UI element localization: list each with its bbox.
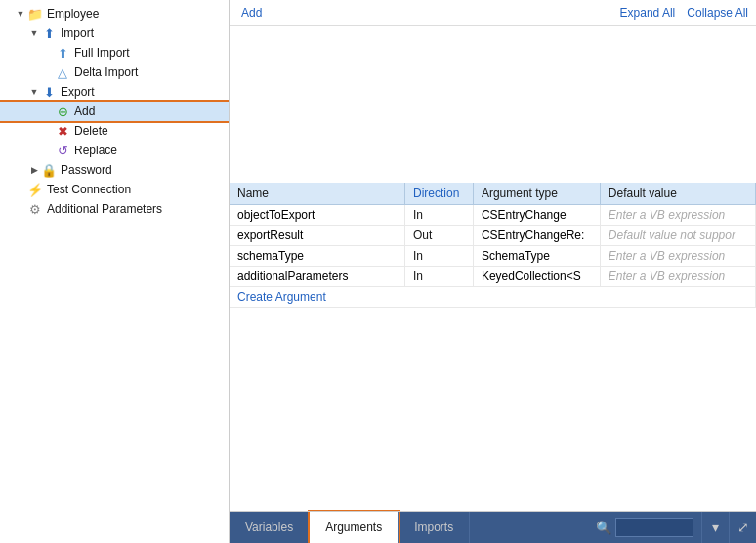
toggle-employee[interactable]: ▼ — [14, 7, 27, 21]
tab-variables-label: Variables — [245, 521, 293, 534]
sidebar-label-delta-import: Delta Import — [74, 65, 138, 79]
sidebar-label-employee: Employee — [47, 7, 99, 21]
tab-search-area: 🔍 — [588, 512, 701, 543]
arg-name: objectToExport — [230, 205, 404, 226]
arg-type: CSEntryChangeRe: — [473, 226, 600, 246]
tab-imports-label: Imports — [414, 521, 453, 534]
sidebar-item-add[interactable]: ⊕ Add — [0, 102, 229, 121]
toolbar-left: Add — [237, 4, 266, 21]
arg-type: KeyedCollection<S — [473, 267, 600, 287]
sidebar-item-replace[interactable]: ↺ Replace — [0, 141, 229, 160]
col-header-argtype: Argument type — [473, 183, 600, 205]
sidebar-item-export[interactable]: ▼ ⬇ Export — [0, 82, 229, 102]
delete-icon: ✖ — [55, 123, 70, 139]
additional-icon: ⚙ — [27, 201, 43, 217]
folder-icon: 📁 — [27, 6, 43, 21]
tab-spacer — [470, 512, 588, 543]
col-header-name: Name — [230, 183, 404, 205]
toggle-replace — [41, 144, 55, 157]
add-icon: ⊕ — [55, 104, 70, 119]
arg-type: CSEntryChange — [473, 205, 600, 226]
sidebar-label-additional-parameters: Additional Parameters — [47, 202, 162, 216]
arg-default[interactable]: Enter a VB expression — [600, 205, 755, 226]
sidebar-item-test-connection[interactable]: ⚡ Test Connection — [0, 180, 229, 199]
arg-direction: In — [404, 246, 473, 267]
sidebar-item-employee[interactable]: ▼ 📁 Employee — [0, 4, 229, 23]
toolbar-row: Add Expand All Collapse All — [230, 0, 756, 26]
sidebar-item-delta-import[interactable]: △ Delta Import — [0, 63, 229, 82]
col-header-direction: Direction — [404, 183, 473, 205]
sidebar-label-test-connection: Test Connection — [47, 183, 131, 196]
toggle-add — [41, 104, 55, 118]
add-button[interactable]: Add — [237, 4, 266, 21]
delta-import-icon: △ — [55, 64, 70, 80]
password-icon: 🔒 — [41, 162, 57, 178]
arg-default[interactable]: Default value not suppor — [600, 226, 755, 246]
col-header-default: Default value — [600, 183, 755, 205]
replace-icon: ↺ — [55, 143, 70, 158]
toggle-additional — [14, 202, 27, 216]
arg-name: schemaType — [230, 246, 404, 267]
table-row[interactable]: exportResultOutCSEntryChangeRe:Default v… — [230, 226, 756, 246]
export-icon: ⬇ — [41, 84, 57, 100]
toggle-import[interactable]: ▼ — [27, 26, 41, 40]
sidebar-item-import[interactable]: ▼ ⬆ Import — [0, 23, 229, 43]
collapse-all-button[interactable]: Collapse All — [687, 6, 748, 20]
toggle-password[interactable]: ▶ — [27, 163, 41, 177]
main-container: ▼ 📁 Employee ▼ ⬆ Import ⬆ Full Import △ … — [0, 0, 756, 543]
toggle-delta-import — [41, 65, 55, 79]
toggle-full-import — [41, 46, 55, 60]
sidebar-label-replace: Replace — [74, 144, 117, 157]
import-icon: ⬆ — [41, 25, 57, 41]
full-import-icon: ⬆ — [55, 45, 70, 61]
content-area: Add Expand All Collapse All Name Directi… — [230, 0, 756, 543]
sidebar-label-import: Import — [61, 26, 94, 40]
tab-arguments-label: Arguments — [325, 521, 382, 534]
toggle-export[interactable]: ▼ — [27, 85, 41, 99]
sidebar-item-password[interactable]: ▶ 🔒 Password — [0, 160, 229, 180]
search-icon: 🔍 — [596, 521, 611, 535]
scroll-area[interactable]: Name Direction Argument type Default val… — [230, 26, 756, 512]
bottom-tabs: Variables Arguments Imports 🔍 ▾ ⤢ — [230, 512, 756, 543]
test-connection-icon: ⚡ — [27, 182, 43, 197]
arg-direction: Out — [404, 226, 473, 246]
sidebar-label-add: Add — [74, 104, 95, 118]
arg-default[interactable]: Enter a VB expression — [600, 246, 755, 267]
sidebar-label-password: Password — [61, 163, 112, 177]
sidebar-item-delete[interactable]: ✖ Delete — [0, 121, 229, 141]
sidebar-label-full-import: Full Import — [74, 46, 130, 60]
toggle-test — [14, 183, 27, 196]
toggle-delete — [41, 124, 55, 138]
tab-variables[interactable]: Variables — [230, 512, 310, 543]
table-row[interactable]: schemaTypeInSchemaTypeEnter a VB express… — [230, 246, 756, 267]
sidebar-item-full-import[interactable]: ⬆ Full Import — [0, 43, 229, 63]
arg-direction: In — [404, 267, 473, 287]
sidebar-item-additional-parameters[interactable]: ⚙ Additional Parameters — [0, 199, 229, 219]
sidebar-label-export: Export — [61, 85, 95, 99]
table-row[interactable]: additionalParametersInKeyedCollection<SE… — [230, 267, 756, 287]
search-input[interactable] — [615, 518, 693, 537]
create-argument-label[interactable]: Create Argument — [230, 287, 756, 308]
arg-type: SchemaType — [473, 246, 600, 267]
arg-name: additionalParameters — [230, 267, 404, 287]
tab-expand-button[interactable]: ⤢ — [729, 512, 756, 543]
arguments-table: Name Direction Argument type Default val… — [230, 183, 756, 308]
tab-arguments[interactable]: Arguments — [310, 512, 399, 543]
table-row[interactable]: objectToExportInCSEntryChangeEnter a VB … — [230, 205, 756, 226]
toolbar-right: Expand All Collapse All — [620, 6, 748, 20]
sidebar-label-delete: Delete — [74, 124, 108, 138]
create-argument-row[interactable]: Create Argument — [230, 287, 756, 308]
arg-default[interactable]: Enter a VB expression — [600, 267, 755, 287]
sidebar: ▼ 📁 Employee ▼ ⬆ Import ⬆ Full Import △ … — [0, 0, 230, 543]
arg-direction: In — [404, 205, 473, 226]
arg-name: exportResult — [230, 226, 404, 246]
expand-all-button[interactable]: Expand All — [620, 6, 676, 20]
tab-imports[interactable]: Imports — [399, 512, 470, 543]
tab-dropdown-button[interactable]: ▾ — [701, 512, 729, 543]
